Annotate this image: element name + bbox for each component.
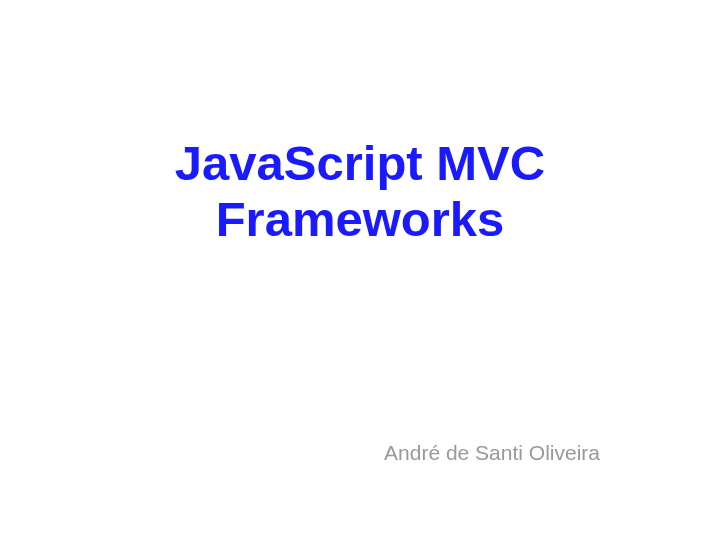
slide-author: André de Santi Oliveira bbox=[384, 441, 600, 465]
title-line-2: Frameworks bbox=[216, 192, 505, 246]
slide-container: JavaScript MVC Frameworks André de Santi… bbox=[0, 0, 720, 540]
slide-title: JavaScript MVC Frameworks bbox=[0, 135, 720, 248]
title-line-1: JavaScript MVC bbox=[175, 136, 545, 190]
